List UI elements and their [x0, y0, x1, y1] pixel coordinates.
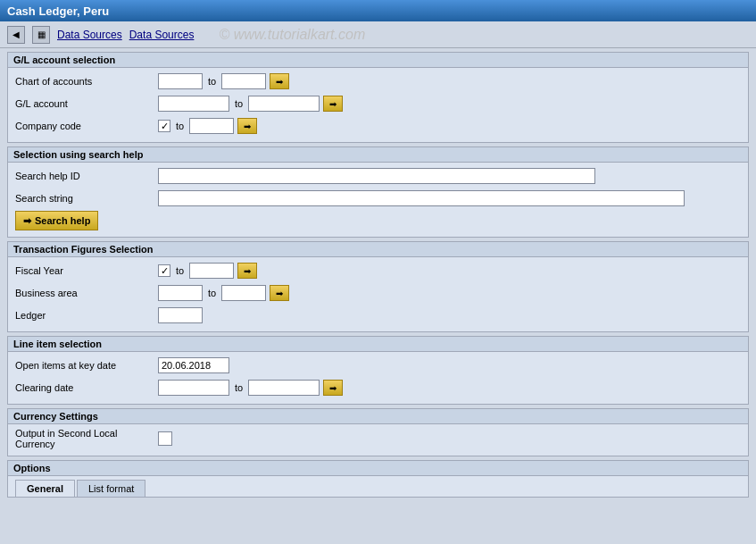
gl-arrow-btn[interactable]: ➡: [323, 96, 343, 112]
fiscal-to-label: to: [176, 265, 184, 276]
tab-general[interactable]: General: [15, 480, 75, 497]
grid-btn[interactable]: ▦: [32, 26, 50, 44]
search-help-btn-row: ➡ Search help: [15, 211, 741, 230]
fiscal-arrow-btn[interactable]: ➡: [237, 263, 257, 279]
search-string-input[interactable]: [158, 190, 685, 206]
gl-account-label: G/L account: [15, 98, 158, 109]
search-help-arrow-icon: ➡: [23, 215, 31, 227]
tab-list-format[interactable]: List format: [77, 480, 145, 497]
line-item-section: Line item selection Open items at key da…: [7, 336, 749, 405]
datasource2-link[interactable]: Data Sources: [129, 29, 195, 41]
gl-account-to[interactable]: [248, 96, 320, 112]
clearing-date-from[interactable]: [158, 380, 229, 396]
page-title: Cash Ledger, Peru: [7, 4, 109, 18]
options-header: Options: [7, 460, 749, 476]
company-to-label: to: [176, 121, 184, 131]
chart-to-label: to: [208, 76, 216, 87]
fiscal-year-label: Fiscal Year: [15, 265, 158, 276]
open-items-row: Open items at key date: [15, 356, 741, 375]
chart-of-accounts-row: Chart of accounts to ➡: [15, 71, 741, 91]
currency-body: Output in Second Local Currency: [8, 424, 748, 456]
company-code-label: Company code: [15, 121, 158, 131]
company-code-to[interactable]: [189, 118, 234, 134]
search-help-id-input[interactable]: [158, 168, 595, 184]
transaction-body: Fiscal Year ✓ to ➡ Business area to ➡ Le…: [8, 257, 748, 331]
company-arrow-btn[interactable]: ➡: [237, 118, 257, 134]
business-area-label: Business area: [15, 288, 158, 298]
clearing-date-label: Clearing date: [15, 382, 158, 393]
chart-of-accounts-to[interactable]: [221, 73, 266, 89]
chart-arrow-btn[interactable]: ➡: [270, 73, 289, 89]
search-help-body: Search help ID Search string ➡ Search he…: [8, 163, 748, 237]
main-content: G/L account selection Chart of accounts …: [0, 48, 756, 544]
open-items-input[interactable]: [158, 357, 229, 373]
ledger-row: Ledger: [15, 305, 741, 325]
clearing-to-label: to: [235, 382, 243, 393]
currency-header: Currency Settings: [8, 409, 748, 424]
options-container: Options General List format: [7, 460, 749, 498]
ledger-input[interactable]: [158, 307, 203, 323]
business-arrow-btn[interactable]: ➡: [270, 285, 289, 301]
clearing-date-to[interactable]: [248, 380, 320, 396]
line-item-body: Open items at key date Clearing date to …: [8, 352, 748, 404]
options-tabs: General List format: [7, 476, 749, 498]
search-string-row: Search string: [15, 188, 741, 208]
gl-account-header: G/L account selection: [8, 53, 748, 68]
currency-section: Currency Settings Output in Second Local…: [7, 408, 749, 456]
second-local-currency-checkbox[interactable]: [158, 431, 172, 446]
search-string-label: Search string: [15, 193, 158, 204]
line-item-header: Line item selection: [8, 337, 748, 352]
toolbar: ◀ ▦ Data Sources Data Sources © www.tuto…: [0, 21, 756, 48]
fiscal-year-checkbox[interactable]: ✓: [158, 264, 170, 277]
search-help-id-row: Search help ID: [15, 166, 741, 186]
gl-account-body: Chart of accounts to ➡ G/L account to ➡ …: [8, 68, 748, 142]
title-bar: Cash Ledger, Peru: [0, 0, 756, 21]
search-help-section: Selection using search help Search help …: [7, 146, 749, 238]
gl-account-from[interactable]: [158, 96, 229, 112]
ledger-label: Ledger: [15, 310, 158, 321]
open-items-label: Open items at key date: [15, 360, 158, 371]
clearing-date-row: Clearing date to ➡: [15, 378, 741, 398]
back-btn[interactable]: ◀: [7, 26, 25, 44]
watermark: © www.tutorialkart.com: [219, 27, 365, 43]
business-area-from[interactable]: [158, 285, 203, 301]
business-to-label: to: [208, 288, 216, 298]
datasource1-link[interactable]: Data Sources: [57, 29, 122, 41]
company-code-row: Company code ✓ to ➡: [15, 116, 741, 136]
gl-account-section: G/L account selection Chart of accounts …: [7, 52, 749, 143]
transaction-section: Transaction Figures Selection Fiscal Yea…: [7, 241, 749, 332]
search-help-id-label: Search help ID: [15, 171, 158, 181]
chart-of-accounts-from[interactable]: [158, 73, 203, 89]
search-help-header: Selection using search help: [8, 147, 748, 163]
fiscal-year-to[interactable]: [189, 263, 234, 279]
business-area-to[interactable]: [221, 285, 266, 301]
gl-to-label: to: [235, 98, 243, 109]
search-help-button[interactable]: ➡ Search help: [15, 211, 98, 230]
second-local-currency-label: Output in Second Local Currency: [15, 428, 158, 449]
chart-of-accounts-label: Chart of accounts: [15, 76, 158, 87]
clearing-arrow-btn[interactable]: ➡: [323, 380, 343, 396]
gl-account-row: G/L account to ➡: [15, 94, 741, 113]
transaction-header: Transaction Figures Selection: [8, 242, 748, 257]
second-local-currency-row: Output in Second Local Currency: [15, 428, 741, 449]
search-help-btn-label: Search help: [35, 215, 90, 226]
fiscal-year-row: Fiscal Year ✓ to ➡: [15, 261, 741, 280]
business-area-row: Business area to ➡: [15, 283, 741, 303]
company-code-checkbox[interactable]: ✓: [158, 120, 170, 132]
